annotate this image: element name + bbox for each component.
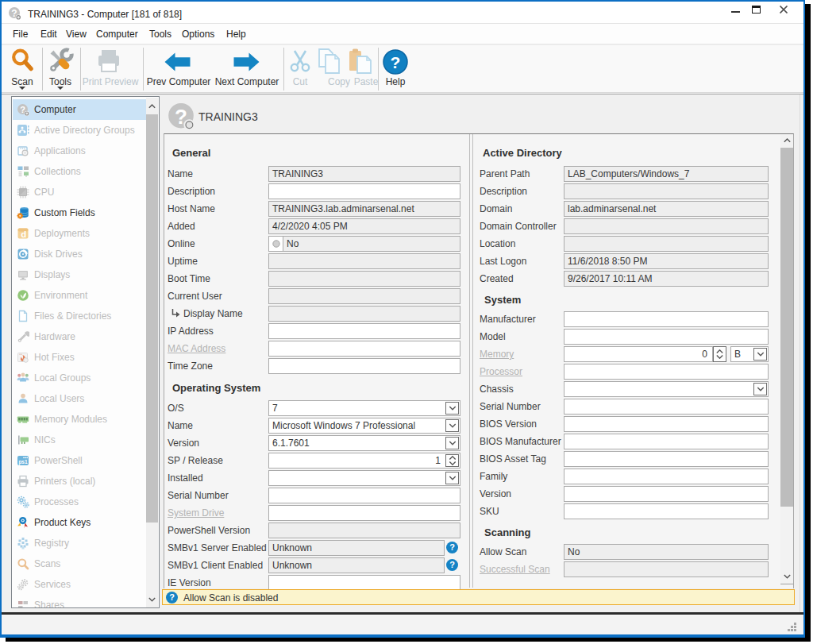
svg-text:d: d: [21, 229, 26, 239]
svg-text:?: ?: [391, 53, 401, 71]
svg-text:ps1: ps1: [18, 459, 28, 465]
svg-text:?: ?: [20, 105, 25, 114]
